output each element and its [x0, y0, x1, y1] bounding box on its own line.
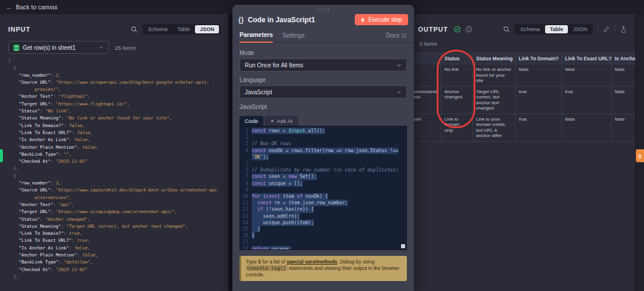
ask-ai-label: Ask AI — [277, 118, 293, 124]
code-line: 11 const rn = item.json.row_number; — [240, 200, 406, 206]
input-json-view[interactable]: [ { "row_number": 2, "Source URL": "http… — [0, 57, 228, 281]
output-table-row: No linkNo link or anchor found for your … — [410, 64, 636, 87]
tab-settings[interactable]: Settings — [282, 32, 304, 42]
parameters-body: Mode Run Once for All Items Language Jav… — [232, 43, 414, 281]
input-connector — [0, 149, 3, 162]
json-line: proxies/", — [8, 86, 220, 93]
code-line: 4const nonOk = rows.filter(row => row.js… — [240, 148, 406, 154]
input-tab-table[interactable]: Table — [173, 25, 195, 33]
json-line: "Checked At": "2025-12-02" — [8, 266, 220, 273]
code-line: 15 } — [240, 226, 406, 232]
code-line: 'OK'); — [240, 154, 406, 160]
output-table-wrap[interactable]: StatusStatus MeaningLink To Domain?Link … — [410, 53, 635, 142]
input-search-icon[interactable] — [131, 26, 138, 33]
json-line: "Target URL": "https://www.scrapingdog.c… — [8, 208, 220, 215]
input-panel-header: INPUT Schema Table JSON — [0, 22, 228, 36]
pin-data-flask-icon[interactable] — [620, 26, 627, 33]
json-line: "Status": "Anchor changed", — [8, 216, 220, 223]
json-line: "Source URL": "https://www.capturekit.de… — [8, 187, 220, 194]
json-line: alternatives", — [8, 194, 220, 201]
node-detail-view: {} Code in JavaScript1 Execute step Para… — [232, 5, 414, 291]
docs-link[interactable]: Docs — [386, 32, 407, 42]
json-line: "Status Meaning": "Target URL correct, b… — [8, 223, 220, 230]
info-icon[interactable] — [465, 26, 472, 33]
output-table-cell: No link or anchor found for your site — [473, 64, 516, 87]
editor-resize-grip[interactable] — [401, 244, 405, 248]
code-line: 3// Non-OK rows — [240, 141, 406, 147]
back-to-canvas-link[interactable]: ← Back to canvas — [6, 4, 57, 11]
json-line: "Target URL": "https://www.flightapi.io/… — [8, 101, 220, 108]
json-line: "Link To Domain?": false, — [8, 122, 220, 129]
output-tab-json[interactable]: JSON — [568, 25, 592, 33]
output-column-header: Link To Domain? — [516, 53, 562, 64]
language-select[interactable]: JavaScript — [239, 85, 407, 98]
language-label: Language — [239, 77, 407, 83]
input-tab-schema[interactable]: Schema — [143, 25, 172, 33]
code-line: 7const seen = new Set(); — [240, 173, 406, 180]
json-line: { — [8, 280, 220, 281]
tab-parameters[interactable]: Parameters — [239, 31, 273, 43]
input-tab-json[interactable]: JSON — [195, 25, 219, 33]
input-items-count: 25 items — [115, 44, 136, 51]
code-line: 6// Deduplicate by row_number (in case o… — [240, 167, 406, 173]
tab-code[interactable]: Code — [239, 116, 263, 126]
json-line: "row_number": 2, — [8, 72, 220, 79]
output-table-header-row: StatusStatus MeaningLink To Domain?Link … — [410, 53, 636, 64]
json-line: "Status Meaning": "No link or anchor fou… — [8, 115, 220, 122]
input-title: INPUT — [8, 26, 30, 33]
output-search-icon[interactable] — [503, 26, 510, 33]
output-tab-schema[interactable]: Schema — [516, 25, 544, 33]
hint-text: . Debug by using — [337, 259, 375, 265]
json-line: { — [8, 173, 220, 180]
input-source-value: Get row(s) in sheet1 — [23, 44, 76, 51]
edit-output-pencil-icon[interactable] — [603, 26, 610, 33]
code-line: 5 — [240, 160, 406, 167]
code-editor[interactable]: 1const rows = $input.all();2 3// Non-OK … — [239, 126, 407, 250]
output-panel-header: OUTPUT Schema Table JSON — [410, 22, 635, 36]
input-view-tabs: Schema Table JSON — [142, 24, 220, 35]
output-panel: OUTPUT Schema Table JSON — [410, 14, 635, 291]
code-line: 8const unique = []; — [240, 180, 406, 187]
app-root: ← Back to canvas INPUT Schema Table JSON… — [0, 0, 644, 291]
json-line: "BackLink Type": "", — [8, 151, 220, 158]
output-column-header — [410, 53, 441, 64]
code-line: 18return unique; — [240, 246, 406, 250]
json-line: "Is Anchor As Link": false, — [8, 136, 220, 143]
json-line: "Anchor Plain Mention": false, — [8, 252, 220, 259]
node-title: Code in JavaScript1 — [248, 16, 315, 24]
mode-select[interactable]: Run Once for All Items — [239, 59, 407, 71]
lightning-icon — [361, 17, 365, 23]
code-lines: 1const rows = $input.all();2 3// Non-OK … — [240, 128, 406, 250]
hint-vars-link[interactable]: special vars/methods — [286, 259, 337, 265]
output-table-cell: true — [562, 86, 612, 114]
tab-ask-ai[interactable]: Ask AI — [265, 116, 298, 126]
output-table-cell: om/ — [410, 114, 441, 141]
output-table: StatusStatus MeaningLink To Domain?Link … — [410, 53, 636, 142]
output-title: OUTPUT — [418, 26, 448, 33]
drag-handle-icon[interactable] — [316, 8, 331, 12]
mode-value: Run Once for All Items — [245, 62, 303, 69]
json-line: "Anchor Plain Mention": false, — [8, 144, 220, 151]
chevron-down-icon — [99, 45, 104, 50]
divider — [598, 25, 598, 33]
divider — [615, 25, 615, 33]
json-line: }, — [8, 273, 220, 280]
json-line: "Anchor Text": "flightapi", — [8, 93, 220, 100]
success-check-icon — [454, 26, 461, 33]
hint-text: Type $ for a list of — [246, 259, 286, 265]
code-editor-tabs: Code Ask AI — [239, 116, 407, 126]
hint-code-snippet: console.log() — [246, 265, 287, 271]
docs-label: Docs — [386, 32, 399, 39]
json-line: "Is Anchor As Link": false, — [8, 245, 220, 252]
output-table-cell — [410, 64, 441, 87]
json-line: }, — [8, 165, 220, 172]
code-line: 17 — [240, 239, 406, 245]
output-table-cell: Link to your domain exists, but URL & an… — [473, 114, 516, 141]
code-line: 12 if (!seen.has(rn)) { — [240, 206, 406, 213]
output-table-cell: Link to domain only — [441, 114, 473, 141]
output-tab-table[interactable]: Table — [545, 25, 568, 33]
input-source-select[interactable]: Get row(s) in sheet1 — [8, 41, 109, 54]
output-table-row: om/screenshot-Anchor changedTarget URL c… — [410, 86, 636, 114]
execute-step-button[interactable]: Execute step — [355, 14, 408, 25]
json-node-tab-icon[interactable]: {} — [636, 149, 644, 162]
